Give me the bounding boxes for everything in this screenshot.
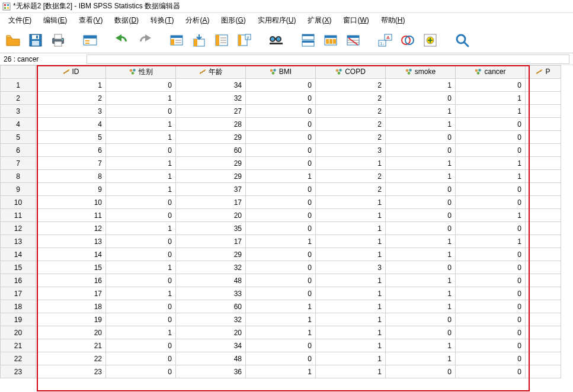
cell-r22-extra[interactable] xyxy=(526,352,561,365)
print-button[interactable] xyxy=(49,31,68,50)
rowhdr-19[interactable]: 19 xyxy=(1,313,36,326)
cell-r23-c5[interactable]: 0 xyxy=(386,365,456,378)
cell-r18-c3[interactable]: 1 xyxy=(246,300,316,313)
cell-r13-c3[interactable]: 1 xyxy=(246,235,316,248)
cell-r12-c1[interactable]: 1 xyxy=(106,222,176,235)
menu-2[interactable]: 查看(V) xyxy=(74,14,107,27)
cell-r11-c1[interactable]: 0 xyxy=(106,209,176,222)
cell-r13-c5[interactable]: 1 xyxy=(386,235,456,248)
cell-r13-c6[interactable]: 1 xyxy=(456,235,526,248)
cell-r14-extra[interactable] xyxy=(526,248,561,261)
cell-r1-c1[interactable]: 0 xyxy=(106,79,176,92)
cell-r14-c0[interactable]: 14 xyxy=(36,248,106,261)
cell-r18-c0[interactable]: 18 xyxy=(36,300,106,313)
cell-r12-c3[interactable]: 0 xyxy=(246,222,316,235)
cell-r2-c0[interactable]: 2 xyxy=(36,92,106,105)
cell-r8-extra[interactable] xyxy=(526,170,561,183)
cell-r14-c4[interactable]: 1 xyxy=(316,248,386,261)
cell-r16-c4[interactable]: 1 xyxy=(316,274,386,287)
use-variable-sets-button[interactable] xyxy=(398,31,417,50)
cell-r9-c1[interactable]: 1 xyxy=(106,183,176,196)
cell-r8-c2[interactable]: 29 xyxy=(176,170,246,183)
cell-r9-extra[interactable] xyxy=(526,183,561,196)
cell-r16-c1[interactable]: 0 xyxy=(106,274,176,287)
variables-button[interactable] xyxy=(212,31,231,50)
cell-r8-c5[interactable]: 1 xyxy=(386,170,456,183)
cell-r13-c4[interactable]: 1 xyxy=(316,235,386,248)
cell-r14-c6[interactable]: 0 xyxy=(456,248,526,261)
colhdr-BMI[interactable]: BMI xyxy=(246,66,316,79)
cell-r3-c3[interactable]: 0 xyxy=(246,105,316,118)
cell-r1-c6[interactable]: 0 xyxy=(456,79,526,92)
cell-r11-c3[interactable]: 0 xyxy=(246,209,316,222)
cell-r20-c2[interactable]: 20 xyxy=(176,326,246,339)
run-descriptives-button[interactable]: μ xyxy=(235,31,254,50)
cell-r11-extra[interactable] xyxy=(526,209,561,222)
cell-r4-c0[interactable]: 4 xyxy=(36,118,106,131)
cell-r3-c6[interactable]: 1 xyxy=(456,105,526,118)
cell-r18-c2[interactable]: 60 xyxy=(176,300,246,313)
cell-r9-c5[interactable]: 0 xyxy=(386,183,456,196)
cell-r8-c1[interactable]: 1 xyxy=(106,170,176,183)
cell-r10-c1[interactable]: 0 xyxy=(106,196,176,209)
cell-r18-c4[interactable]: 1 xyxy=(316,300,386,313)
rowhdr-8[interactable]: 8 xyxy=(1,170,36,183)
cell-r15-c3[interactable]: 0 xyxy=(246,261,316,274)
cell-r12-extra[interactable] xyxy=(526,222,561,235)
redo-button[interactable] xyxy=(135,31,154,50)
cell-r22-c4[interactable]: 1 xyxy=(316,352,386,365)
cell-r21-c0[interactable]: 21 xyxy=(36,339,106,352)
cell-r22-c0[interactable]: 22 xyxy=(36,352,106,365)
corner-cell[interactable] xyxy=(1,66,36,79)
rowhdr-17[interactable]: 17 xyxy=(1,287,36,300)
colhdr-性别[interactable]: 性别 xyxy=(106,66,176,79)
cell-r7-c0[interactable]: 7 xyxy=(36,157,106,170)
cell-r21-c2[interactable]: 34 xyxy=(176,339,246,352)
cell-r6-extra[interactable] xyxy=(526,144,561,157)
cell-r17-c4[interactable]: 1 xyxy=(316,287,386,300)
rowhdr-12[interactable]: 12 xyxy=(1,222,36,235)
cell-r2-extra[interactable] xyxy=(526,92,561,105)
cell-r8-c4[interactable]: 2 xyxy=(316,170,386,183)
cell-r14-c2[interactable]: 29 xyxy=(176,248,246,261)
cell-r15-extra[interactable] xyxy=(526,261,561,274)
cell-r19-c5[interactable]: 0 xyxy=(386,313,456,326)
cell-r17-c1[interactable]: 1 xyxy=(106,287,176,300)
cell-r6-c1[interactable]: 0 xyxy=(106,144,176,157)
cell-r4-c2[interactable]: 28 xyxy=(176,118,246,131)
cell-r11-c2[interactable]: 20 xyxy=(176,209,246,222)
cell-r21-c1[interactable]: 0 xyxy=(106,339,176,352)
cell-r1-c3[interactable]: 0 xyxy=(246,79,316,92)
rowhdr-14[interactable]: 14 xyxy=(1,248,36,261)
rowhdr-3[interactable]: 3 xyxy=(1,105,36,118)
cell-r11-c5[interactable]: 0 xyxy=(386,209,456,222)
cell-r5-c3[interactable]: 0 xyxy=(246,131,316,144)
cell-r16-c5[interactable]: 1 xyxy=(386,274,456,287)
select-cases-button[interactable] xyxy=(344,31,363,50)
rowhdr-7[interactable]: 7 xyxy=(1,157,36,170)
menu-4[interactable]: 转换(T) xyxy=(146,14,178,27)
cell-r1-c5[interactable]: 1 xyxy=(386,79,456,92)
cell-r4-c1[interactable]: 1 xyxy=(106,118,176,131)
cell-r17-extra[interactable] xyxy=(526,287,561,300)
cell-r7-c3[interactable]: 0 xyxy=(246,157,316,170)
cell-r3-c0[interactable]: 3 xyxy=(36,105,106,118)
cell-r13-c0[interactable]: 13 xyxy=(36,235,106,248)
cell-r18-c5[interactable]: 1 xyxy=(386,300,456,313)
cell-r5-c1[interactable]: 1 xyxy=(106,131,176,144)
cell-r1-c4[interactable]: 2 xyxy=(316,79,386,92)
cell-r4-c3[interactable]: 0 xyxy=(246,118,316,131)
cell-r13-c2[interactable]: 17 xyxy=(176,235,246,248)
cell-r2-c3[interactable]: 0 xyxy=(246,92,316,105)
cell-r13-extra[interactable] xyxy=(526,235,561,248)
cell-r22-c3[interactable]: 0 xyxy=(246,352,316,365)
cell-r22-c2[interactable]: 48 xyxy=(176,352,246,365)
cell-r21-c3[interactable]: 0 xyxy=(246,339,316,352)
cell-r21-c5[interactable]: 1 xyxy=(386,339,456,352)
save-button[interactable] xyxy=(26,31,45,50)
undo-button[interactable] xyxy=(113,31,132,50)
cell-r1-extra[interactable] xyxy=(526,79,561,92)
cell-r16-c2[interactable]: 48 xyxy=(176,274,246,287)
cell-r19-c1[interactable]: 0 xyxy=(106,313,176,326)
cell-r17-c6[interactable]: 0 xyxy=(456,287,526,300)
